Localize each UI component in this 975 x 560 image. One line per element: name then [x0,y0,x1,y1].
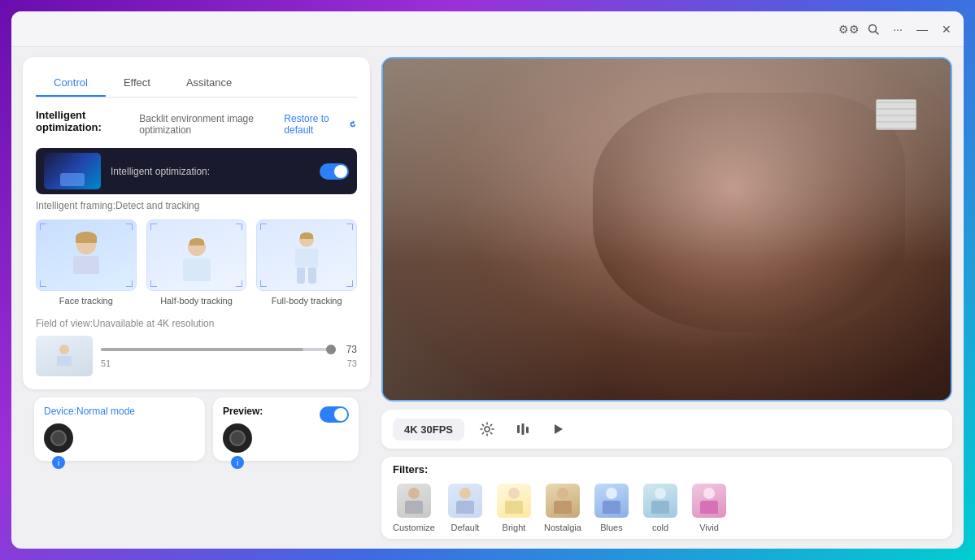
preview-panel: Preview: i [213,397,359,461]
half-thumb [146,219,247,291]
framing-title: Intelligent framing:Detect and tracking [36,199,357,211]
filter-label-customize: Customize [393,523,435,532]
framing-section: Intelligent framing:Detect and tracking [36,199,357,306]
intelligent-optimization-section: Intelligent optimization: Backlit enviro… [36,109,357,194]
device-cam-wrap: i [44,423,195,469]
control-card: Control Effect Assitance Intelligent opt… [23,57,370,389]
svg-rect-3 [517,425,520,433]
opt-preview-row: Intelligent optimization: [36,148,357,194]
camera-view [381,57,952,402]
svg-line-1 [876,31,879,34]
full-thumb [256,219,357,291]
filter-label-vivid: Vivid [699,523,719,532]
half-label: Half-body tracking [160,296,233,306]
filter-thumb-blues [593,482,630,519]
svg-point-2 [485,427,490,432]
filter-thumb-cold [642,482,679,519]
settings-icon[interactable] [474,416,500,442]
opt-title: Intelligent optimization: [36,109,133,133]
vent [876,99,916,130]
opt-desc: Backlit environment image optimization [139,113,277,136]
device-info-badge[interactable]: i [52,456,65,469]
tab-assistance[interactable]: Assitance [168,70,250,97]
filter-thumb-bright [495,482,533,519]
filter-thumb-nostalgia [544,482,581,519]
opt-toggle-label: Intelligent optimization: [111,166,210,177]
filter-cold[interactable]: cold [642,482,679,532]
minimize-icon[interactable]: — [915,22,929,37]
svg-marker-6 [555,424,563,434]
preview-camera-icon [223,423,252,453]
fov-row: 73 51 73 [36,336,357,376]
tracking-face[interactable]: Face tracking [36,219,137,306]
preview-cam-wrap: i [223,423,349,469]
tabs: Control Effect Assitance [36,70,357,98]
fov-slider-col: 73 51 73 [101,344,357,368]
opt-toggle-row: Intelligent optimization: [111,163,349,180]
tracking-half[interactable]: Half-body tracking [146,219,247,306]
left-panel: Control Effect Assitance Intelligent opt… [11,47,381,549]
device-title: Device:Normal mode [44,406,195,417]
filter-default[interactable]: Default [446,482,484,532]
opt-toggle[interactable] [320,163,349,180]
filter-label-default: Default [451,523,480,532]
cam-photo [383,59,951,400]
camera-bottom-bar: 4K 30FPS [381,410,952,449]
tracking-full[interactable]: Full-body tracking [256,219,357,306]
tab-effect[interactable]: Effect [106,70,168,97]
filters-list: Customize Default [393,482,941,532]
gear-icon[interactable]: ⚙ [842,22,856,37]
right-panel: 4K 30FPS Filters: [381,47,964,549]
svg-rect-4 [521,423,524,435]
filter-label-blues: Blues [600,523,623,532]
full-label: Full-body tracking [272,296,342,306]
device-mode: Normal mode [76,406,135,417]
preview-info-badge[interactable]: i [231,456,244,469]
filter-label-nostalgia: Nostalgia [544,523,581,532]
tracking-options: Face tracking [36,219,357,306]
preview-title: Preview: [223,406,263,417]
fov-section: Field of view:Unavailable at 4K resoluti… [36,317,357,376]
play-icon[interactable] [546,416,572,442]
face-thumb [36,219,137,291]
tab-control[interactable]: Control [36,70,106,97]
device-camera-icon [44,423,73,453]
filter-nostalgia[interactable]: Nostalgia [544,482,581,532]
filters-row: Filters: Customize [381,457,952,539]
fov-preview [36,336,93,376]
preview-toggle[interactable] [320,406,349,423]
filter-thumb-default [446,482,484,519]
fov-slider[interactable] [101,348,331,351]
filter-blues[interactable]: Blues [593,482,630,532]
preview-toggle-row: Preview: [223,406,349,423]
levels-icon[interactable] [510,416,536,442]
fov-current-value: 73 [337,344,357,355]
close-icon[interactable]: ✕ [939,22,954,37]
restore-default-link[interactable]: Restore to default [284,113,357,136]
fov-title: Field of view:Unavailable at 4K resoluti… [36,317,357,329]
opt-preview-image [44,153,101,189]
search-icon[interactable] [866,22,881,37]
filter-bright[interactable]: Bright [495,482,533,532]
svg-rect-5 [526,427,529,433]
bottom-panels: Device:Normal mode i Preview: [23,397,370,471]
filter-thumb-customize [395,482,433,519]
face-label: Face tracking [59,296,113,306]
filter-thumb-vivid [690,482,728,519]
filter-vivid[interactable]: Vivid [690,482,728,532]
more-icon[interactable]: ··· [890,22,905,37]
fps-badge: 4K 30FPS [393,419,464,441]
filter-label-bright: Bright [503,523,526,532]
fov-min: 51 [101,358,111,368]
app-window: ⚙ ··· — ✕ Control Effect Assitance [11,11,964,549]
filter-customize[interactable]: Customize [393,482,435,532]
filters-title: Filters: [393,463,941,475]
fov-max: 73 [347,358,357,368]
main-content: Control Effect Assitance Intelligent opt… [11,47,964,549]
framing-desc: Detect and tracking [115,200,199,211]
title-bar: ⚙ ··· — ✕ [11,11,964,47]
filter-label-cold: cold [652,523,668,532]
device-panel: Device:Normal mode i [34,397,205,461]
fov-desc: Unavailable at 4K resolution [93,318,214,329]
